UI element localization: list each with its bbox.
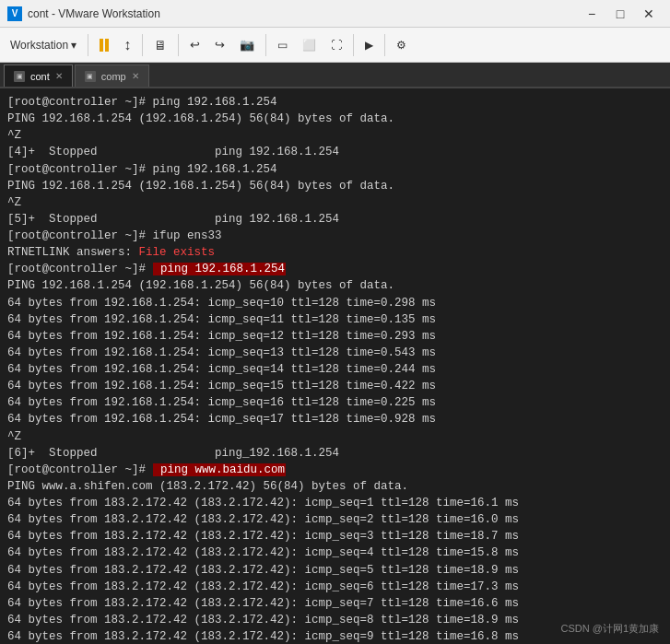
arrow-button[interactable]: ↕ bbox=[117, 31, 137, 59]
terminal-line-13: 64 bytes from 192.168.1.254: icmp_seq=10… bbox=[7, 295, 663, 311]
undo-icon: ↩ bbox=[190, 38, 200, 52]
fullscreen-button[interactable]: ⛶ bbox=[324, 31, 348, 59]
monitor-icon: 🖥 bbox=[154, 38, 167, 53]
toolbar-separator-5 bbox=[353, 34, 354, 56]
terminal-line-14: 64 bytes from 192.168.1.254: icmp_seq=11… bbox=[7, 311, 663, 328]
terminal-area[interactable]: [root@controller ~]# ping 192.168.1.254 … bbox=[0, 88, 670, 644]
settings-icon: ⚙ bbox=[396, 39, 406, 52]
tabs-bar: ▣ cont ✕ ▣ comp ✕ bbox=[0, 63, 670, 88]
terminal-line-23: [root@controller ~]# ping www.baidu.com bbox=[7, 462, 663, 478]
terminal-line-11: [root@controller ~]# ping 192.168.1.254 bbox=[7, 261, 663, 277]
monitor-button[interactable]: 🖥 bbox=[147, 31, 173, 59]
watermark: CSDN @计网1黄加康 bbox=[560, 622, 659, 637]
terminal-line-17: 64 bytes from 192.168.1.254: icmp_seq=14… bbox=[7, 361, 663, 378]
terminal-line-18: 64 bytes from 192.168.1.254: icmp_seq=15… bbox=[7, 378, 663, 394]
terminal-line-2: PING 192.168.1.254 (192.168.1.254) 56(84… bbox=[7, 111, 663, 127]
window-side-icon: ⬜ bbox=[302, 39, 316, 52]
terminal-line-12: PING 192.168.1.254 (192.168.1.254) 56(84… bbox=[7, 277, 663, 294]
toolbar-separator-1 bbox=[88, 34, 88, 56]
tab-comp-icon: ▣ bbox=[85, 71, 96, 82]
terminal-line-27: 64 bytes from 183.2.172.42 (183.2.172.42… bbox=[7, 528, 663, 544]
tab-comp-close[interactable]: ✕ bbox=[132, 71, 139, 81]
tab-cont-icon: ▣ bbox=[14, 71, 25, 82]
terminal-line-10: RTNETLINK answers: File exists bbox=[7, 244, 663, 261]
terminal-line-28: 64 bytes from 183.2.172.42 (183.2.172.42… bbox=[7, 544, 663, 561]
redo-button[interactable]: ↪ bbox=[208, 31, 231, 59]
terminal-line-26: 64 bytes from 183.2.172.42 (183.2.172.42… bbox=[7, 511, 663, 528]
terminal-line-8: [5]+ Stopped ping 192.168.1.254 bbox=[7, 211, 663, 228]
terminal-line-1: [root@controller ~]# ping 192.168.1.254 bbox=[7, 94, 663, 111]
snapshot-button[interactable]: 📷 bbox=[233, 31, 261, 59]
fullscreen-icon: ⛶ bbox=[331, 39, 342, 52]
window-controls: − □ ✕ bbox=[578, 5, 663, 23]
toolbar-separator-2 bbox=[142, 34, 143, 56]
window-title: cont - VMware Workstation bbox=[28, 7, 578, 20]
pause-button[interactable] bbox=[93, 31, 115, 59]
terminal-line-24: PING www.a.shifen.com (183.2.172.42) 56(… bbox=[7, 478, 663, 495]
console-button[interactable]: ▶ bbox=[359, 31, 380, 59]
dropdown-arrow-icon: ▾ bbox=[71, 39, 76, 52]
toolbar-separator-6 bbox=[384, 34, 385, 56]
terminal-line-25: 64 bytes from 183.2.172.42 (183.2.172.42… bbox=[7, 495, 663, 511]
maximize-button[interactable]: □ bbox=[606, 5, 634, 23]
terminal-line-30: 64 bytes from 183.2.172.42 (183.2.172.42… bbox=[7, 579, 663, 595]
toolbar: Workstation ▾ ↕ 🖥 ↩ ↪ 📷 ▭ ⬜ ⛶ ▶ bbox=[0, 28, 670, 63]
app-icon: V bbox=[7, 6, 22, 21]
minimize-button[interactable]: − bbox=[578, 5, 605, 23]
terminal-line-7: ^Z bbox=[7, 194, 663, 211]
redo-icon: ↪ bbox=[215, 38, 225, 52]
toolbar-separator-4 bbox=[265, 34, 266, 56]
terminal-line-9: [root@controller ~]# ifup ens33 bbox=[7, 228, 663, 244]
terminal-line-20: 64 bytes from 192.168.1.254: icmp_seq=17… bbox=[7, 411, 663, 427]
terminal-line-31: 64 bytes from 183.2.172.42 (183.2.172.42… bbox=[7, 595, 663, 612]
terminal-line-5: [root@controller ~]# ping 192.168.1.254 bbox=[7, 161, 663, 178]
workstation-menu-button[interactable]: Workstation ▾ bbox=[4, 31, 83, 59]
settings-button[interactable]: ⚙ bbox=[390, 31, 413, 59]
tab-cont-close[interactable]: ✕ bbox=[55, 71, 63, 81]
tab-comp[interactable]: ▣ comp ✕ bbox=[75, 64, 149, 87]
window-small-button[interactable]: ▭ bbox=[271, 31, 294, 59]
tab-comp-label: comp bbox=[101, 71, 126, 82]
window-side-button[interactable]: ⬜ bbox=[296, 31, 323, 59]
tab-cont[interactable]: ▣ cont ✕ bbox=[4, 64, 73, 87]
close-button[interactable]: ✕ bbox=[635, 5, 663, 23]
workstation-label: Workstation bbox=[10, 39, 68, 52]
terminal-line-6: PING 192.168.1.254 (192.168.1.254) 56(84… bbox=[7, 178, 663, 194]
terminal-line-19: 64 bytes from 192.168.1.254: icmp_seq=16… bbox=[7, 394, 663, 411]
tab-cont-label: cont bbox=[30, 71, 50, 82]
console-icon: ▶ bbox=[365, 39, 373, 52]
pause-icon bbox=[100, 39, 109, 52]
snapshot-icon: 📷 bbox=[240, 38, 254, 52]
terminal-line-21: ^Z bbox=[7, 428, 663, 445]
terminal-line-22: [6]+ Stopped ping_192.168.1.254 bbox=[7, 445, 663, 462]
terminal-line-29: 64 bytes from 183.2.172.42 (183.2.172.42… bbox=[7, 562, 663, 579]
title-bar: V cont - VMware Workstation − □ ✕ bbox=[0, 0, 670, 28]
terminal-line-3: ^Z bbox=[7, 127, 663, 144]
window-small-icon: ▭ bbox=[277, 39, 288, 52]
terminal-line-15: 64 bytes from 192.168.1.254: icmp_seq=12… bbox=[7, 328, 663, 345]
arrow-icon: ↕ bbox=[123, 37, 131, 53]
toolbar-separator-3 bbox=[178, 34, 179, 56]
terminal-line-16: 64 bytes from 192.168.1.254: icmp_seq=13… bbox=[7, 345, 663, 361]
undo-button[interactable]: ↩ bbox=[183, 31, 206, 59]
terminal-line-4: [4]+ Stopped ping 192.168.1.254 bbox=[7, 144, 663, 160]
